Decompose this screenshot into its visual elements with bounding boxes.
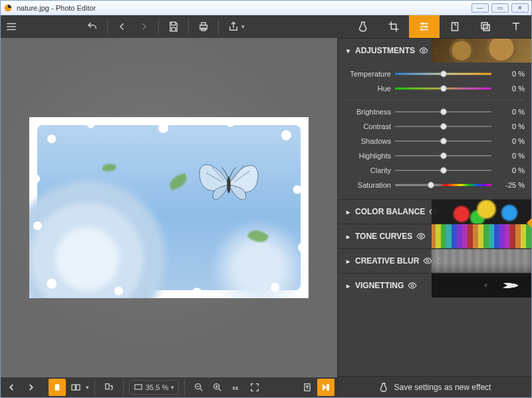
compare-view-button[interactable]	[67, 379, 84, 396]
rotate-button[interactable]	[100, 379, 118, 396]
svg-rect-2	[201, 23, 205, 25]
zoom-fit-button[interactable]	[246, 379, 263, 396]
tab-adjust[interactable]	[409, 15, 440, 38]
slider-track[interactable]	[395, 180, 491, 190]
slider-value: 0 %	[491, 108, 525, 116]
zoom-value: 35.5 %	[146, 383, 168, 391]
history-back-button[interactable]	[112, 15, 133, 38]
prev-image-button[interactable]	[3, 379, 21, 396]
slider-clarity[interactable]: Clarity0 %	[344, 163, 525, 178]
section-title: TONE CURVES	[355, 232, 412, 241]
chevron-right-icon: ▸	[344, 282, 351, 290]
divider	[218, 19, 219, 35]
section-title: VIGNETTING	[355, 281, 404, 290]
tab-retouch[interactable]	[440, 15, 470, 38]
chevron-down-icon[interactable]: ▾	[241, 23, 245, 30]
single-view-button[interactable]	[49, 379, 66, 396]
zoom-display[interactable]: 35.5 % ▾	[129, 380, 179, 395]
slider-track[interactable]	[395, 107, 491, 116]
history-forward-button[interactable]	[133, 15, 154, 38]
zoom-out-button[interactable]	[190, 379, 207, 396]
tab-effects[interactable]	[348, 15, 378, 38]
image-preview	[29, 117, 309, 298]
revert-button[interactable]	[299, 379, 316, 396]
close-button[interactable]: ✕	[511, 3, 529, 13]
slider-label: Temperature	[344, 70, 395, 78]
eye-icon[interactable]	[408, 281, 417, 290]
side-panel: ▾ ADJUSTMENTS Temperature0 %Hue0 %Bright…	[337, 38, 531, 397]
eye-icon[interactable]	[416, 232, 426, 241]
slider-hue[interactable]: Hue0 %	[344, 81, 525, 96]
slider-track[interactable]	[395, 151, 491, 160]
tab-crop[interactable]	[378, 15, 409, 38]
slider-track[interactable]	[395, 84, 491, 93]
section-color-balance[interactable]: ▸COLOR BALANCE	[338, 200, 531, 224]
maximize-button[interactable]: ▭	[491, 3, 509, 13]
slider-label: Shadows	[344, 137, 395, 145]
flask-icon	[378, 382, 389, 393]
section-thumbnail	[432, 200, 531, 224]
print-button[interactable]	[193, 15, 214, 38]
undo-button[interactable]	[82, 15, 103, 38]
svg-rect-12	[72, 385, 75, 390]
slider-value: 0 %	[491, 152, 525, 160]
slider-track[interactable]	[395, 69, 491, 79]
section-tone-curves[interactable]: ▸TONE CURVES	[338, 224, 531, 248]
slider-value: 0 %	[491, 85, 525, 93]
section-adjustments[interactable]: ▾ ADJUSTMENTS	[338, 39, 531, 63]
chevron-down-icon[interactable]: ▾	[86, 384, 89, 391]
slider-label: Highlights	[344, 152, 395, 160]
svg-point-23	[420, 235, 423, 238]
svg-rect-11	[55, 384, 60, 390]
chevron-right-icon: ▸	[344, 233, 351, 240]
minimize-button[interactable]: —	[471, 3, 489, 13]
slider-label: Brightness	[344, 108, 395, 116]
apply-button[interactable]	[317, 379, 334, 396]
svg-point-4	[422, 23, 424, 25]
hamburger-menu[interactable]	[1, 15, 22, 38]
slider-temperature[interactable]: Temperature0 %	[344, 67, 525, 81]
section-title: CREATIVE BLUR	[355, 256, 419, 266]
section-title: COLOR BALANCE	[355, 207, 425, 216]
main-toolbar: ▾	[1, 15, 531, 38]
slider-value: 0 %	[491, 137, 525, 145]
save-button[interactable]	[163, 15, 184, 38]
eye-icon[interactable]	[419, 46, 428, 55]
section-creative-blur[interactable]: ▸CREATIVE BLUR	[338, 249, 531, 273]
tab-text[interactable]	[501, 15, 531, 38]
slider-saturation[interactable]: Saturation-25 %	[344, 178, 525, 192]
next-image-button[interactable]	[22, 379, 39, 396]
slider-value: 0 %	[491, 122, 525, 130]
section-vignetting[interactable]: ▸VIGNETTING	[338, 274, 531, 298]
chevron-right-icon: ▸	[344, 258, 351, 265]
zoom-in-button[interactable]	[209, 379, 226, 396]
svg-rect-14	[106, 384, 109, 389]
chevron-down-icon: ▾	[344, 47, 351, 55]
slider-track[interactable]	[395, 166, 491, 175]
slider-shadows[interactable]: Shadows0 %	[344, 134, 525, 148]
slider-track[interactable]	[395, 136, 491, 146]
slider-label: Saturation	[344, 181, 395, 189]
svg-point-5	[425, 26, 427, 28]
slider-brightness[interactable]: Brightness0 %	[344, 104, 525, 119]
svg-point-6	[421, 29, 423, 31]
zoom-100-button[interactable]: 1:1	[227, 379, 245, 396]
svg-point-25	[412, 284, 414, 287]
svg-point-24	[427, 260, 430, 262]
slider-label: Contrast	[344, 122, 395, 130]
tab-texture[interactable]	[470, 15, 501, 38]
bottom-toolbar: ▾ 35.5 % ▾ 1:1	[1, 377, 337, 397]
chevron-right-icon: ▸	[344, 208, 351, 216]
adjustments-body: Temperature0 %Hue0 %Brightness0 %Contras…	[338, 63, 531, 199]
divider	[107, 19, 108, 35]
titlebar: nature.jpg - Photo Editor — ▭ ✕	[1, 1, 531, 15]
chevron-down-icon[interactable]: ▾	[171, 384, 174, 391]
svg-rect-15	[135, 385, 142, 389]
slider-contrast[interactable]: Contrast0 %	[344, 119, 525, 134]
slider-track[interactable]	[395, 122, 491, 131]
svg-point-21	[422, 49, 425, 52]
section-title: ADJUSTMENTS	[355, 46, 415, 55]
save-as-effect-button[interactable]: Save settings as new effect	[338, 376, 531, 397]
slider-highlights[interactable]: Highlights0 %	[344, 148, 525, 163]
canvas[interactable]	[1, 38, 337, 377]
